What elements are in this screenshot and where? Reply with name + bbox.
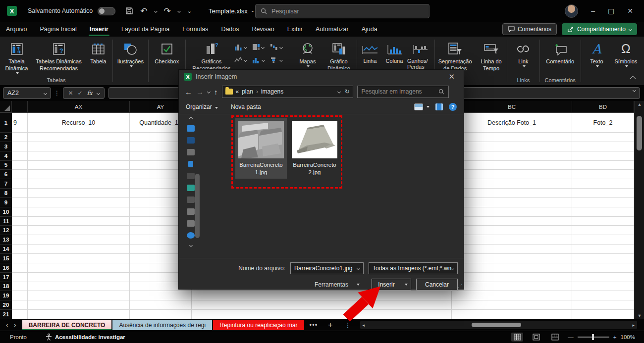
cell[interactable]: [452, 151, 572, 161]
timeline-button[interactable]: Linha do Tempo: [476, 40, 507, 85]
cell[interactable]: [452, 291, 572, 300]
zoom-in-button[interactable]: +: [613, 334, 617, 340]
formula-bar-handle[interactable]: ⋮: [54, 90, 60, 97]
dialog-sidebar[interactable]: [179, 114, 203, 258]
cell[interactable]: [28, 254, 130, 263]
cell[interactable]: [28, 273, 130, 282]
cell[interactable]: [192, 291, 452, 300]
accept-entry-icon[interactable]: ✓: [77, 90, 82, 97]
ribbon-tab-exibir[interactable]: Exibir: [281, 23, 309, 35]
cell[interactable]: [572, 254, 634, 263]
zoom-level[interactable]: 100%: [621, 334, 635, 340]
zoom-slider-thumb[interactable]: [592, 334, 594, 340]
minimize-button[interactable]: –: [591, 7, 595, 15]
row-header-14[interactable]: 14: [0, 245, 12, 254]
row-header-10[interactable]: 10: [0, 207, 12, 217]
column-header-sliver[interactable]: [12, 101, 28, 113]
cell[interactable]: [572, 142, 634, 151]
filename-dropdown-icon[interactable]: [357, 266, 360, 270]
comments-button[interactable]: Comentários: [502, 23, 557, 35]
cell[interactable]: [572, 161, 634, 170]
dialog-close-icon[interactable]: ✕: [444, 72, 459, 81]
cell[interactable]: [12, 291, 28, 300]
help-icon[interactable]: ?: [449, 103, 457, 111]
hscroll-left-icon[interactable]: ◂: [360, 323, 368, 328]
row-header-6[interactable]: 6: [0, 170, 12, 179]
redo-dropdown-icon[interactable]: [177, 9, 181, 12]
fx-dropdown-icon[interactable]: [96, 91, 100, 95]
new-folder-button[interactable]: Nova pasta: [231, 103, 261, 110]
cell[interactable]: [452, 133, 572, 142]
cell[interactable]: [12, 207, 28, 217]
insert-button[interactable]: Inserir: [372, 279, 411, 291]
hscroll-right-icon[interactable]: ▸: [630, 323, 637, 328]
cell[interactable]: Descrição Foto_1: [452, 113, 572, 133]
cell[interactable]: [12, 151, 28, 161]
cell[interactable]: [452, 273, 572, 282]
row-header-21[interactable]: 21: [0, 310, 12, 319]
ribbon-tab-ajuda[interactable]: Ajuda: [356, 23, 383, 35]
view-mode-button[interactable]: [414, 103, 429, 110]
user-avatar[interactable]: [565, 4, 578, 18]
insert-dropdown-icon[interactable]: [401, 284, 411, 286]
row-header-16[interactable]: 16: [0, 263, 12, 273]
cell[interactable]: [572, 151, 634, 161]
cell[interactable]: [452, 245, 572, 254]
horizontal-scroll-thumb[interactable]: [472, 323, 521, 327]
illustrations-button[interactable]: Ilustrações: [113, 40, 148, 85]
sidebar-scroll-up-icon[interactable]: [189, 117, 192, 120]
cell[interactable]: [452, 310, 572, 319]
ribbon-tab-revisão[interactable]: Revisão: [246, 23, 280, 35]
row-header-20[interactable]: 20: [0, 300, 12, 310]
row-header-7[interactable]: 7: [0, 179, 12, 189]
cell[interactable]: [452, 263, 572, 273]
sidebar-pictures-icon[interactable]: [187, 185, 195, 191]
scroll-down-icon[interactable]: ▼: [635, 313, 644, 318]
cell[interactable]: [28, 291, 130, 300]
cell[interactable]: [28, 226, 130, 235]
cell[interactable]: [12, 217, 28, 226]
waterfall-chart-button[interactable]: [270, 44, 288, 50]
cell[interactable]: [572, 282, 634, 292]
cell[interactable]: [572, 133, 634, 142]
ribbon-tab-layout-da-página[interactable]: Layout da Página: [115, 23, 175, 35]
excel-app-icon[interactable]: [7, 6, 17, 16]
sheet-tab-ausencia[interactable]: Ausência de informações de regi: [112, 320, 212, 330]
ribbon-tab-fórmulas[interactable]: Fórmulas: [176, 23, 214, 35]
cell[interactable]: [452, 142, 572, 151]
dialog-title-bar[interactable]: Inserir Imagem ✕: [179, 70, 464, 84]
cell[interactable]: [572, 273, 634, 282]
sidebar-scroll-thumb[interactable]: [195, 174, 200, 238]
share-dropdown-icon[interactable]: [629, 27, 632, 31]
sidebar-network-icon[interactable]: [187, 232, 195, 239]
cell[interactable]: [12, 300, 28, 310]
redo-button[interactable]: ↷: [164, 7, 171, 15]
maximize-button[interactable]: ▢: [608, 7, 614, 15]
cell[interactable]: [130, 310, 192, 319]
refresh-icon[interactable]: ↻: [344, 88, 349, 95]
row-header-11[interactable]: 11: [0, 217, 12, 226]
sidebar-this-pc-icon[interactable]: [187, 125, 195, 132]
breadcrumb-imagens[interactable]: imagens: [261, 88, 283, 95]
cell[interactable]: [452, 170, 572, 179]
sidebar-scroll-down-icon[interactable]: [189, 244, 192, 247]
row-header-3[interactable]: 3: [0, 142, 12, 151]
autosave-toggle[interactable]: [98, 7, 115, 15]
row-header-12[interactable]: 12: [0, 226, 12, 235]
ribbon-tab-arquivo[interactable]: Arquivo: [0, 23, 33, 35]
sidebar-device-icon[interactable]: [187, 137, 195, 144]
address-dropdown-icon[interactable]: [337, 90, 341, 93]
filename-combo[interactable]: BarreiraConcreto1.jpg: [290, 262, 364, 274]
sidebar-documents-icon[interactable]: [187, 149, 195, 155]
cell[interactable]: [28, 217, 130, 226]
treemap-chart-button[interactable]: [252, 44, 270, 50]
cell[interactable]: [12, 282, 28, 292]
vertical-scroll-thumb[interactable]: [637, 116, 642, 150]
horizontal-scrollbar[interactable]: ◂ ▸: [360, 321, 637, 329]
sheet-tab-barreira-de-concreto[interactable]: BARREIRA DE CONCRETO: [22, 320, 112, 330]
row-header-9[interactable]: 9: [0, 198, 12, 207]
cell[interactable]: [12, 273, 28, 282]
cell[interactable]: [28, 282, 130, 292]
cell[interactable]: [572, 179, 634, 189]
cell[interactable]: [572, 300, 634, 310]
